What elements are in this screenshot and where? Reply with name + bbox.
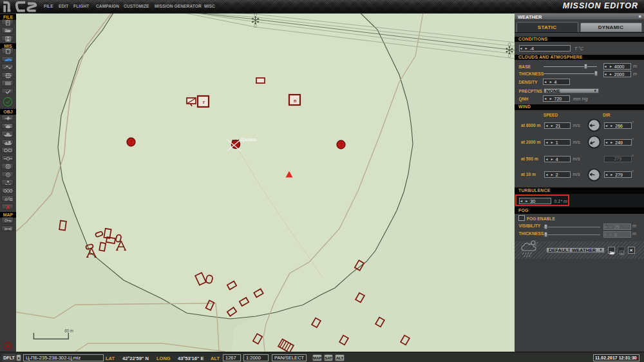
svg-text:п: п	[294, 99, 296, 103]
svg-text:T: T	[129, 139, 133, 146]
svg-text:г: г	[203, 99, 205, 105]
svg-text:Джава: Джава	[241, 137, 256, 142]
svg-text:T: T	[339, 142, 343, 148]
svg-text:60 m: 60 m	[64, 329, 73, 333]
